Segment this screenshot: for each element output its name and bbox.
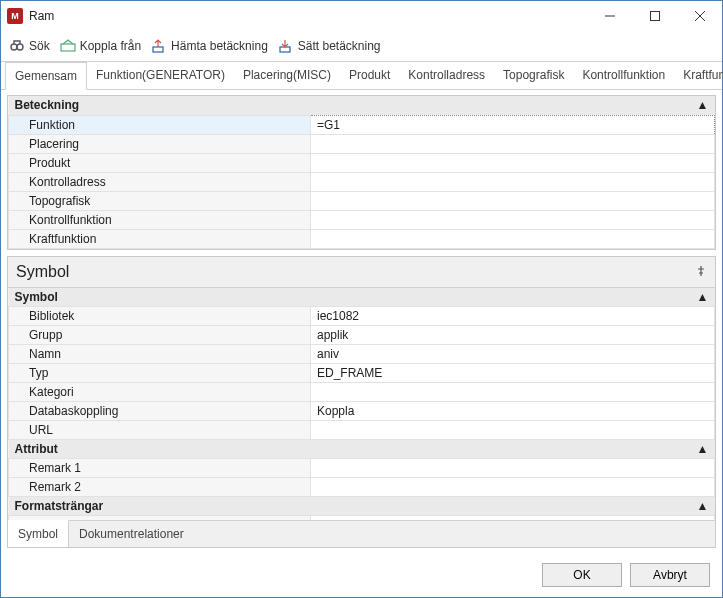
fetch-label: Hämta betäckning — [171, 39, 268, 53]
table-row[interactable]: Kontrolladress — [9, 172, 715, 191]
row-value[interactable] — [311, 421, 715, 440]
row-value[interactable] — [311, 191, 715, 210]
table-row[interactable]: Kraftfunktion — [9, 229, 715, 248]
symbol-title-label: Symbol — [16, 263, 69, 281]
fetch-icon — [151, 38, 167, 54]
table-row[interactable]: Topografisk — [9, 191, 715, 210]
toolbar: Sök Koppla från Hämta betäckning Sätt be… — [1, 31, 722, 61]
search-button[interactable]: Sök — [9, 38, 50, 54]
set-icon — [278, 38, 294, 54]
row-label: Kraftfunktion — [9, 229, 311, 248]
row-value[interactable] — [311, 172, 715, 191]
search-label: Sök — [29, 39, 50, 53]
table-row[interactable]: Kategori — [9, 383, 715, 402]
tab-topografisk[interactable]: Topografisk — [494, 62, 573, 89]
table-row[interactable]: URL — [9, 421, 715, 440]
bottom-tab-dokumentrelationer[interactable]: Dokumentrelationer — [69, 521, 194, 547]
row-value[interactable]: ED_FRAME — [311, 364, 715, 383]
bottom-tab-symbol[interactable]: Symbol — [8, 520, 69, 547]
table-row[interactable]: Namnaniv — [9, 345, 715, 364]
symbol-section-header[interactable]: Symbol▲ — [9, 288, 715, 307]
row-label: Topografisk — [9, 191, 311, 210]
row-value[interactable] — [311, 478, 715, 497]
table-row[interactable]: Bibliotekiec1082 — [9, 307, 715, 326]
collapse-icon: ▲ — [697, 442, 709, 456]
row-value[interactable] — [311, 153, 715, 172]
table-row[interactable]: Gruppapplik — [9, 326, 715, 345]
row-label: Namn — [9, 345, 311, 364]
maximize-button[interactable] — [632, 1, 677, 30]
collapse-icon: ▲ — [697, 98, 709, 112]
row-label: Placering — [9, 134, 311, 153]
row-label: Grupp — [9, 326, 311, 345]
disconnect-button[interactable]: Koppla från — [60, 38, 141, 54]
fetch-button[interactable]: Hämta betäckning — [151, 38, 268, 54]
row-label: Kategori — [9, 383, 311, 402]
table-row[interactable]: Kontrollfunktion — [9, 210, 715, 229]
row-value[interactable] — [311, 459, 715, 478]
attribut-section-header[interactable]: Attribut▲ — [9, 440, 715, 459]
main-tabs: Gemensam Funktion(GENERATOR) Placering(M… — [1, 61, 722, 90]
row-value[interactable]: Koppla — [311, 402, 715, 421]
table-row[interactable]: TypED_FRAME — [9, 364, 715, 383]
table-row[interactable]: Remark 2 — [9, 478, 715, 497]
table-row[interactable]: Funktion =G1 — [9, 115, 715, 134]
row-label: Produkt — [9, 153, 311, 172]
row-value[interactable] — [311, 210, 715, 229]
section-header-label: Attribut — [15, 442, 58, 456]
collapse-icon: ▲ — [697, 290, 709, 304]
window-title: Ram — [29, 9, 587, 23]
table-row[interactable]: DatabaskopplingKoppla — [9, 402, 715, 421]
row-label: Remark 2 — [9, 478, 311, 497]
row-value[interactable] — [311, 229, 715, 248]
svg-point-5 — [17, 44, 23, 50]
section-header-label: Symbol — [15, 290, 58, 304]
row-value[interactable]: applik — [311, 326, 715, 345]
row-label: Bibliotek — [9, 307, 311, 326]
formatstrangar-section-header[interactable]: Formatsträngar▲ — [9, 497, 715, 516]
svg-point-4 — [11, 44, 17, 50]
tab-produkt[interactable]: Produkt — [340, 62, 399, 89]
beteckning-grid: Beteckning▲ Funktion =G1 Placering Produ… — [8, 96, 715, 249]
pin-icon[interactable] — [695, 263, 707, 281]
tab-gemensam[interactable]: Gemensam — [5, 62, 87, 90]
minimize-button[interactable] — [587, 1, 632, 30]
tab-kontrollfunktion[interactable]: Kontrollfunktion — [573, 62, 674, 89]
disconnect-icon — [60, 38, 76, 54]
symbol-grid: Symbol▲ Bibliotekiec1082 Gruppapplik Nam… — [8, 288, 715, 521]
footer: OK Avbryt — [1, 553, 722, 597]
set-label: Sätt betäckning — [298, 39, 381, 53]
row-value[interactable] — [311, 383, 715, 402]
symbol-bottom-tabs: Symbol Dokumentrelationer — [8, 520, 715, 547]
binoculars-icon — [9, 38, 25, 54]
symbol-panel-title: Symbol — [8, 257, 715, 287]
svg-rect-6 — [61, 44, 75, 51]
ok-button[interactable]: OK — [542, 563, 622, 587]
close-button[interactable] — [677, 1, 722, 30]
beteckning-section-header[interactable]: Beteckning▲ — [9, 96, 715, 115]
row-label: Funktion — [9, 115, 311, 134]
svg-rect-1 — [650, 11, 659, 20]
tab-funktion[interactable]: Funktion(GENERATOR) — [87, 62, 234, 89]
table-row[interactable]: Remark 1 — [9, 459, 715, 478]
table-row[interactable]: Placering — [9, 134, 715, 153]
beteckning-panel: Beteckning▲ Funktion =G1 Placering Produ… — [7, 95, 716, 250]
row-value[interactable]: aniv — [311, 345, 715, 364]
symbol-body: Symbol▲ Bibliotekiec1082 Gruppapplik Nam… — [8, 287, 715, 521]
row-value[interactable] — [311, 134, 715, 153]
row-label: Databaskoppling — [9, 402, 311, 421]
row-label: Remark 1 — [9, 459, 311, 478]
titlebar: M Ram — [1, 1, 722, 31]
table-row[interactable]: Produkt — [9, 153, 715, 172]
tab-placering[interactable]: Placering(MISC) — [234, 62, 340, 89]
tab-kontrolladress[interactable]: Kontrolladress — [399, 62, 494, 89]
set-button[interactable]: Sätt betäckning — [278, 38, 381, 54]
tab-kraftfunktion[interactable]: Kraftfunktion — [674, 62, 723, 89]
window-buttons — [587, 1, 722, 31]
window: M Ram Sök Koppla från Hämta betäckning — [0, 0, 723, 598]
svg-rect-7 — [153, 47, 163, 52]
cancel-button[interactable]: Avbryt — [630, 563, 710, 587]
row-value[interactable]: iec1082 — [311, 307, 715, 326]
row-label: URL — [9, 421, 311, 440]
row-value[interactable]: =G1 — [311, 115, 715, 134]
